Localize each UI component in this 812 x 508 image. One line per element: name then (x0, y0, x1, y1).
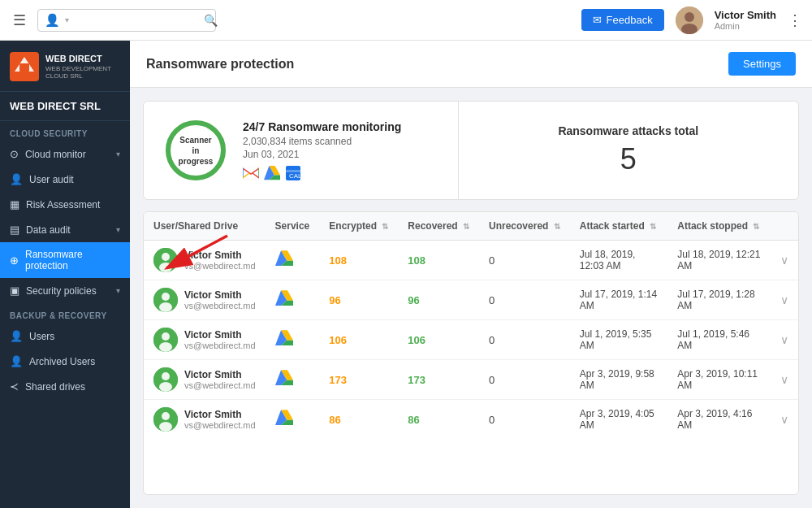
service-icons: CAL (243, 165, 401, 181)
backup-recovery-section-title: BACKUP & RECOVERY (0, 303, 130, 323)
sidebar-item-risk-assessment[interactable]: ▦ Risk Assessment (0, 192, 130, 217)
feedback-button[interactable]: ✉ Feedback (581, 9, 664, 31)
user-avatar-1 (153, 288, 178, 312)
svg-point-39 (159, 382, 172, 392)
search-dropdown-icon[interactable]: ▾ (65, 15, 69, 24)
sidebar-item-archived-users[interactable]: 👤 Archived Users (0, 349, 130, 374)
col-unrecovered[interactable]: Unrecovered ⇅ (479, 212, 570, 241)
svg-point-33 (159, 342, 172, 352)
user-name-0: Victor Smith (184, 250, 256, 261)
svg-point-45 (159, 422, 172, 432)
col-attack-started[interactable]: Attack started ⇅ (570, 212, 668, 241)
sidebar-label-archived-users: Archived Users (29, 356, 120, 367)
logo-sub: WEB DEVELOPMENT CLOUD SRL (45, 65, 120, 80)
encrypted-value-3: 173 (329, 374, 347, 386)
col-encrypted[interactable]: Encrypted ⇅ (319, 212, 398, 241)
cell-expand-2[interactable]: ∨ (771, 320, 798, 360)
cell-service-3 (266, 360, 320, 400)
cell-user-2: Victor Smith vs@webdirect.md (144, 320, 266, 360)
expand-button-3[interactable]: ∨ (780, 373, 788, 386)
sidebar-item-cloud-monitor[interactable]: ⊙ Cloud monitor ▾ (0, 141, 130, 167)
expand-button-0[interactable]: ∨ (780, 254, 788, 267)
unrecovered-value-2: 0 (489, 334, 495, 346)
encrypted-value-1: 96 (329, 294, 340, 306)
monitoring-title: 24/7 Ransomware monitoring (243, 120, 401, 133)
recovered-value-1: 96 (408, 294, 419, 306)
user-role: Admin (715, 21, 776, 31)
sidebar-item-security-policies[interactable]: ▣ Security policies ▾ (0, 278, 130, 303)
cell-attack-stopped-0: Jul 18, 2019, 12:21 AM (667, 241, 771, 280)
content-area: Ransomware protection Settings Scanner i… (130, 41, 812, 508)
feedback-icon: ✉ (593, 14, 602, 26)
unrecovered-value-3: 0 (489, 374, 495, 386)
sidebar-logo: WEB DIRECT WEB DEVELOPMENT CLOUD SRL (0, 41, 130, 92)
sidebar-item-user-audit[interactable]: 👤 User audit (0, 167, 130, 192)
cell-attack-started-2: Jul 1, 2019, 5:35 AM (570, 320, 668, 360)
table-row: Victor Smith vs@webdirect.md 173 173 0 A… (144, 360, 798, 400)
user-name-block-1: Victor Smith vs@webdirect.md (184, 289, 256, 310)
avatar[interactable] (676, 7, 703, 34)
user-name-block-4: Victor Smith vs@webdirect.md (184, 409, 256, 430)
expand-button-2[interactable]: ∨ (780, 333, 788, 346)
scanner-status-text: Scanner inprogress (179, 135, 214, 167)
sidebar-label-users: Users (29, 331, 120, 342)
scanner-section: Scanner inprogress 24/7 Ransomware monit… (144, 102, 459, 199)
cell-service-0 (266, 241, 320, 280)
summary-card: Scanner inprogress 24/7 Ransomware monit… (143, 101, 799, 200)
sidebar-item-shared-drives[interactable]: ≺ Shared drives (0, 374, 130, 399)
hamburger-button[interactable]: ☰ (10, 8, 29, 33)
search-box[interactable]: 👤 ▾ 🔍 (37, 9, 216, 32)
table-card: User/Shared Drive Service Encrypted ⇅ Re… (143, 211, 799, 495)
table-row: Victor Smith vs@webdirect.md 96 96 0 Jul… (144, 280, 798, 320)
sidebar-item-users[interactable]: 👤 Users (0, 323, 130, 349)
user-avatar-2 (153, 328, 178, 352)
gdrive-service-icon-3 (275, 375, 293, 389)
svg-point-1 (685, 12, 694, 22)
cell-user-0: Victor Smith vs@webdirect.md (144, 241, 266, 280)
cell-attack-started-4: Apr 3, 2019, 4:05 AM (570, 400, 668, 440)
cell-expand-3[interactable]: ∨ (771, 360, 798, 400)
sort-attack-started-icon: ⇅ (650, 222, 656, 231)
sidebar-label-user-audit: User audit (29, 174, 120, 185)
feedback-label: Feedback (607, 14, 653, 26)
expand-button-4[interactable]: ∨ (780, 413, 788, 426)
gdrive-service-icon-4 (275, 415, 293, 428)
attacks-label: Ransomware attacks total (558, 124, 698, 137)
cell-expand-4[interactable]: ∨ (771, 400, 798, 440)
search-input[interactable] (74, 14, 204, 26)
content-body: Scanner inprogress 24/7 Ransomware monit… (130, 88, 812, 508)
sort-encrypted-icon: ⇅ (382, 222, 388, 231)
cloud-monitor-icon: ⊙ (10, 148, 19, 160)
logo-text-block: WEB DIRECT WEB DEVELOPMENT CLOUD SRL (45, 53, 120, 80)
cell-expand-0[interactable]: ∨ (771, 241, 798, 280)
topbar: ☰ 👤 ▾ 🔍 ✉ Feedback Victor Smith Admin ⋮ (0, 0, 812, 41)
scan-date: Jun 03, 2021 (243, 149, 401, 160)
user-name-block-2: Victor Smith vs@webdirect.md (184, 329, 256, 350)
items-scanned: 2,030,834 items scanned (243, 136, 401, 147)
cell-recovered-4: 86 (398, 400, 479, 440)
cell-recovered-3: 173 (398, 360, 479, 400)
expand-button-1[interactable]: ∨ (780, 293, 788, 306)
table-body: Victor Smith vs@webdirect.md 108 108 0 J… (144, 241, 798, 440)
sidebar-item-data-audit[interactable]: ▤ Data audit ▾ (0, 217, 130, 242)
col-attack-stopped[interactable]: Attack stopped ⇅ (667, 212, 771, 241)
svg-text:CAL: CAL (289, 172, 300, 180)
sidebar-item-ransomware-protection[interactable]: ⊕ Ransomware protection (0, 242, 130, 278)
unrecovered-value-0: 0 (489, 254, 495, 267)
cell-recovered-2: 106 (398, 320, 479, 360)
search-icon: 🔍 (204, 14, 218, 27)
user-cell-4: Victor Smith vs@webdirect.md (153, 407, 256, 432)
user-avatar-4 (153, 407, 178, 432)
cell-attack-started-0: Jul 18, 2019, 12:03 AM (570, 241, 668, 280)
more-options-button[interactable]: ⋮ (788, 11, 802, 29)
sidebar-label-risk-assessment: Risk Assessment (26, 199, 120, 211)
cell-expand-1[interactable]: ∨ (771, 280, 798, 320)
recovered-value-4: 86 (408, 414, 419, 426)
gdrive-service-icon-1 (275, 295, 293, 309)
ransomware-protection-icon: ⊕ (10, 254, 19, 267)
settings-button[interactable]: Settings (728, 52, 796, 76)
gdrive-service-icon-2 (275, 335, 293, 349)
col-recovered[interactable]: Recovered ⇅ (398, 212, 479, 241)
user-info: Victor Smith Admin (715, 9, 776, 31)
user-email-4: vs@webdirect.md (184, 420, 256, 430)
